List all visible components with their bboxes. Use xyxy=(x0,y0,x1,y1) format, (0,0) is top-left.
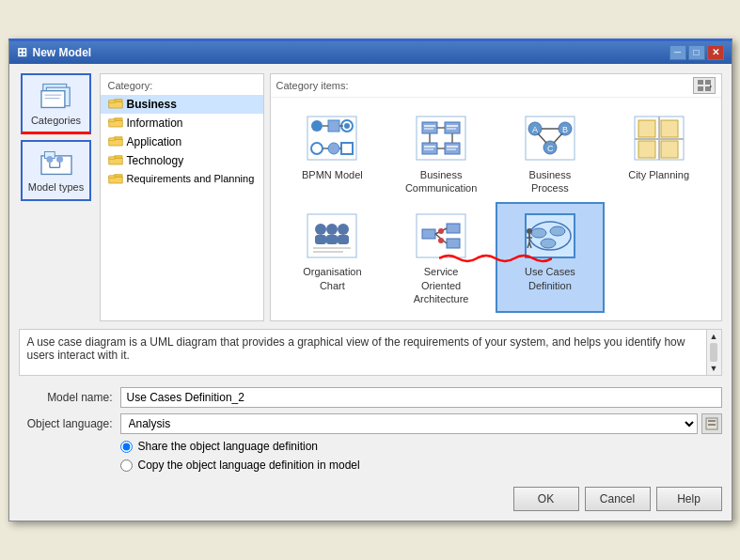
bottom-buttons: OK Cancel Help xyxy=(19,483,722,511)
svg-rect-103 xyxy=(708,424,716,426)
squiggle-decoration xyxy=(439,253,552,264)
model-types-icon xyxy=(39,148,73,178)
categories-label: Categories xyxy=(31,115,81,126)
svg-rect-43 xyxy=(445,122,460,133)
object-language-browse-button[interactable] xyxy=(701,413,722,434)
category-label-business: Business xyxy=(127,98,177,111)
svg-rect-21 xyxy=(108,176,114,179)
city-planning-icon xyxy=(633,115,685,162)
svg-rect-19 xyxy=(108,157,114,160)
svg-point-31 xyxy=(344,123,350,129)
item-city-planning-label: City Planning xyxy=(628,168,689,181)
help-button[interactable]: Help xyxy=(656,487,722,511)
svg-rect-23 xyxy=(705,80,711,85)
business-comm-icon xyxy=(415,115,467,162)
svg-rect-84 xyxy=(447,224,460,233)
svg-rect-2 xyxy=(41,90,65,107)
model-name-label: Model name: xyxy=(19,391,113,404)
svg-rect-102 xyxy=(708,420,716,422)
svg-rect-15 xyxy=(108,119,114,122)
category-item-requirements[interactable]: Requirements and Planning xyxy=(101,170,263,188)
folder-icon-business xyxy=(108,98,123,110)
svg-rect-70 xyxy=(661,141,678,158)
svg-rect-35 xyxy=(328,143,339,154)
svg-point-92 xyxy=(531,228,546,238)
radio-copy-row: Copy the object language definition in m… xyxy=(19,459,722,472)
svg-text:C: C xyxy=(547,144,554,153)
svg-point-93 xyxy=(550,226,565,236)
model-name-input[interactable] xyxy=(120,387,722,408)
form-section: Model name: Object language: Analysis UM… xyxy=(19,383,722,475)
item-business-process[interactable]: A B C Business Process xyxy=(496,105,605,203)
object-language-select[interactable]: Analysis UML BPMN xyxy=(120,413,698,434)
category-item-technology[interactable]: Technology xyxy=(101,151,263,170)
svg-text:B: B xyxy=(562,125,568,134)
model-types-label: Model types xyxy=(28,181,84,193)
folder-icon-technology xyxy=(108,154,123,166)
svg-rect-67 xyxy=(638,120,655,137)
bpmn-icon xyxy=(306,115,358,162)
description-panel: A use case diagram is a UML diagram that… xyxy=(19,329,722,376)
svg-rect-79 xyxy=(338,235,349,244)
dialog-title-icon: ⊞ xyxy=(17,45,27,59)
svg-rect-13 xyxy=(108,101,114,103)
svg-rect-83 xyxy=(422,229,435,239)
minimize-button[interactable]: ─ xyxy=(669,45,686,60)
category-label-information: Information xyxy=(127,117,183,130)
item-use-cases-label: Use Cases Definition xyxy=(512,265,588,292)
description-scrollbar[interactable]: ▲ ▼ xyxy=(706,330,721,375)
category-label-application: Application xyxy=(127,135,182,148)
business-proc-icon: A B C xyxy=(524,115,576,162)
svg-rect-40 xyxy=(422,122,437,133)
radio-share[interactable] xyxy=(120,441,133,453)
radio-copy[interactable] xyxy=(120,459,133,472)
item-bpmn-model[interactable]: BPMN Model xyxy=(278,105,387,203)
svg-rect-75 xyxy=(315,235,326,244)
close-button[interactable]: ✕ xyxy=(707,45,724,60)
svg-point-28 xyxy=(311,120,323,132)
item-city-planning[interactable]: City Planning xyxy=(605,105,714,203)
category-item-business[interactable]: Business xyxy=(101,95,263,114)
view-toggle-button[interactable] xyxy=(693,77,716,94)
svg-rect-68 xyxy=(661,120,678,137)
svg-point-94 xyxy=(541,239,556,248)
browse-icon xyxy=(705,417,718,430)
svg-rect-17 xyxy=(108,138,114,141)
radio-share-label: Share the object language definition xyxy=(138,440,318,453)
folder-icon-information xyxy=(108,117,123,129)
categories-button[interactable]: Categories xyxy=(21,73,91,134)
org-chart-icon xyxy=(306,212,358,259)
svg-rect-24 xyxy=(698,86,703,91)
svg-point-89 xyxy=(438,238,444,243)
svg-text:A: A xyxy=(532,125,538,134)
model-types-button[interactable]: Model types xyxy=(21,140,91,201)
model-name-row: Model name: xyxy=(19,387,722,408)
items-panel: Category items: xyxy=(270,73,722,321)
svg-rect-49 xyxy=(445,143,460,154)
cancel-button[interactable]: Cancel xyxy=(585,487,651,511)
category-item-information[interactable]: Information xyxy=(101,114,263,132)
radio-copy-label: Copy the object language definition in m… xyxy=(138,459,360,472)
description-text: A use case diagram is a UML diagram that… xyxy=(27,335,685,362)
category-panel: Category: Business xyxy=(100,73,264,321)
items-panel-header: Category items: xyxy=(271,74,721,98)
svg-rect-85 xyxy=(447,239,460,248)
item-org-chart[interactable]: Organisation Chart xyxy=(278,202,387,313)
item-business-communication[interactable]: Business Communication xyxy=(386,105,496,203)
svg-rect-77 xyxy=(326,235,338,244)
folder-icon-requirements xyxy=(108,173,123,185)
svg-point-88 xyxy=(438,228,444,234)
svg-rect-22 xyxy=(698,80,703,85)
category-item-application[interactable]: Application xyxy=(101,132,263,151)
svg-point-74 xyxy=(315,224,326,235)
ok-button[interactable]: OK xyxy=(513,487,579,511)
categories-icon xyxy=(39,81,73,111)
svg-point-95 xyxy=(527,228,532,234)
item-org-chart-label: Organisation Chart xyxy=(294,265,370,292)
svg-point-76 xyxy=(326,224,338,235)
object-language-row: Object language: Analysis UML BPMN xyxy=(19,413,722,434)
folder-icon-application xyxy=(108,135,123,148)
category-label: Category: xyxy=(101,78,263,95)
svg-rect-46 xyxy=(422,143,437,154)
maximize-button[interactable]: □ xyxy=(688,45,705,60)
